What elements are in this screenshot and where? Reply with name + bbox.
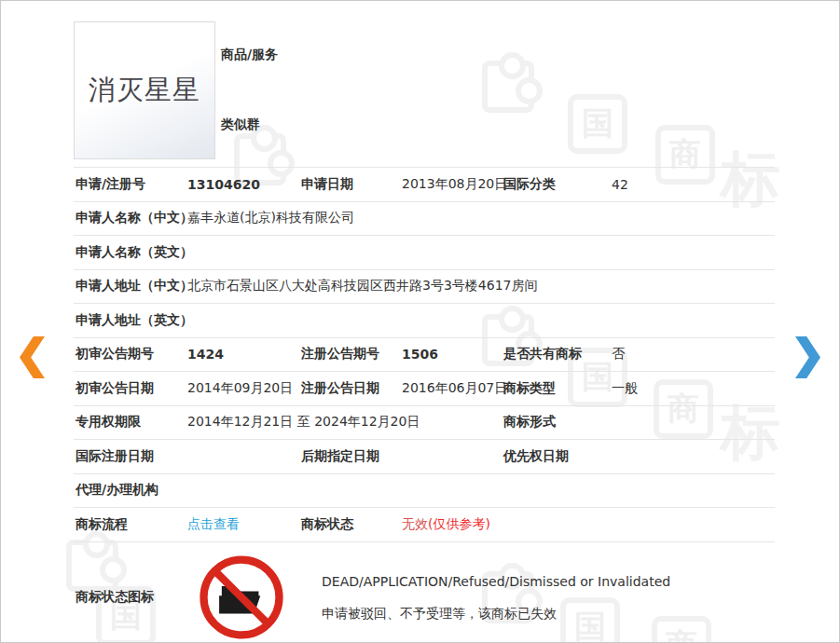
- field-value-first-pub-no: 1424: [187, 347, 299, 362]
- field-value-shared-tm: 否: [612, 346, 775, 363]
- field-label-addr-en: 申请人地址（英文）: [74, 312, 187, 329]
- goods-services-label: 商品/服务: [221, 47, 278, 63]
- similar-group-label: 类似群: [221, 116, 260, 133]
- row-status-icon: 商标状态图标 DEAD/APPLICATION/Refused/Dismisse…: [74, 542, 775, 643]
- row-applicant-cn: 申请人名称（中文） 嘉丰永道(北京)科技有限公司: [74, 202, 775, 237]
- field-label-reg-pub-date: 注册公告日期: [299, 380, 402, 397]
- field-value-app-date: 2013年08月20日: [402, 176, 502, 193]
- field-label-tm-type: 商标类型: [502, 380, 612, 397]
- trademark-name: 消灭星星: [89, 72, 200, 109]
- trademark-image: 消灭星星: [74, 21, 215, 159]
- status-note: (仅供参考): [428, 516, 490, 531]
- field-label-shared-tm: 是否共有商标: [502, 346, 612, 363]
- field-label-reg-no: 申请/注册号: [74, 176, 187, 193]
- field-value-reg-pub-date: 2016年06月07日: [402, 380, 502, 397]
- field-value-intl-class: 42: [612, 177, 775, 192]
- field-value-addr-cn: 北京市石景山区八大处高科技园区西井路3号3号楼4617房间: [187, 278, 775, 294]
- status-description-cn: 申请被驳回、不予受理等，该商标已失效: [322, 597, 670, 629]
- field-label-intl-reg-date: 国际注册日期: [74, 448, 187, 465]
- status-description: DEAD/APPLICATION/Refused/Dismissed or In…: [322, 566, 670, 629]
- field-label-status-icon: 商标状态图标: [74, 589, 189, 606]
- prohibited-folder-icon: [199, 554, 284, 640]
- field-value-exclusive-period: 2014年12月21日 至 2024年12月20日: [187, 414, 502, 431]
- row-intl-dates: 国际注册日期 后期指定日期 优先权日期: [74, 440, 775, 474]
- row-addr-cn: 申请人地址（中文） 北京市石景山区八大处高科技园区西井路3号3号楼4617房间: [74, 270, 775, 305]
- row-process-status: 商标流程 点击查看 商标状态 无效(仅供参考): [74, 508, 775, 542]
- field-value-first-pub-date: 2014年09月20日: [187, 380, 299, 397]
- detail-header: 消灭星星 商品/服务 类似群: [74, 21, 775, 168]
- field-label-intl-class: 国际分类: [502, 176, 612, 193]
- row-exclusive-period: 专用权期限 2014年12月21日 至 2024年12月20日 商标形式: [74, 406, 775, 441]
- field-label-first-pub-date: 初审公告日期: [74, 380, 187, 397]
- row-reg-no: 申请/注册号 13104620 申请日期 2013年08月20日 国际分类 42: [74, 168, 775, 202]
- row-addr-en: 申请人地址（英文）: [74, 304, 775, 338]
- prev-arrow-button[interactable]: [20, 336, 45, 378]
- field-label-status: 商标状态: [299, 516, 402, 533]
- row-applicant-en: 申请人名称（英文）: [74, 236, 775, 270]
- field-value-applicant-cn: 嘉丰永道(北京)科技有限公司: [187, 210, 775, 226]
- field-label-first-pub-no: 初审公告期号: [74, 346, 187, 363]
- process-view-link[interactable]: 点击查看: [187, 516, 240, 531]
- field-label-applicant-en: 申请人名称（英文）: [74, 244, 187, 261]
- field-label-exclusive-period: 专用权期限: [74, 414, 187, 431]
- field-value-reg-no: 13104620: [187, 177, 299, 192]
- field-label-agency: 代理/办理机构: [74, 482, 187, 499]
- field-label-reg-pub-no: 注册公告期号: [299, 346, 402, 363]
- next-arrow-button[interactable]: [795, 336, 820, 378]
- field-value-reg-pub-no: 1506: [402, 347, 502, 362]
- field-label-applicant-cn: 申请人名称（中文）: [74, 210, 187, 226]
- field-label-priority-date: 优先权日期: [502, 448, 612, 465]
- field-label-tm-form: 商标形式: [502, 414, 612, 431]
- trademark-detail-page: 国商标国商标国国商 消灭星星 商品/服务 类似群 申请/注册号 13104620…: [0, 0, 840, 643]
- detail-table: 消灭星星 商品/服务 类似群 申请/注册号 13104620 申请日期 2013…: [74, 21, 775, 643]
- row-agency: 代理/办理机构: [74, 474, 775, 509]
- field-value-tm-type: 一般: [612, 380, 775, 397]
- chevron-left-icon: [20, 336, 45, 378]
- chevron-right-icon: [795, 336, 820, 378]
- field-label-process: 商标流程: [74, 516, 187, 533]
- field-label-addr-cn: 申请人地址（中文）: [74, 278, 187, 294]
- field-label-app-date: 申请日期: [299, 176, 402, 193]
- field-label-later-desig-date: 后期指定日期: [299, 448, 402, 465]
- row-pub-no: 初审公告期号 1424 注册公告期号 1506 是否共有商标 否: [74, 338, 775, 373]
- status-description-en: DEAD/APPLICATION/Refused/Dismissed or In…: [322, 566, 670, 597]
- row-pub-date: 初审公告日期 2014年09月20日 注册公告日期 2016年06月07日 商标…: [74, 372, 775, 406]
- status-value: 无效: [402, 516, 428, 531]
